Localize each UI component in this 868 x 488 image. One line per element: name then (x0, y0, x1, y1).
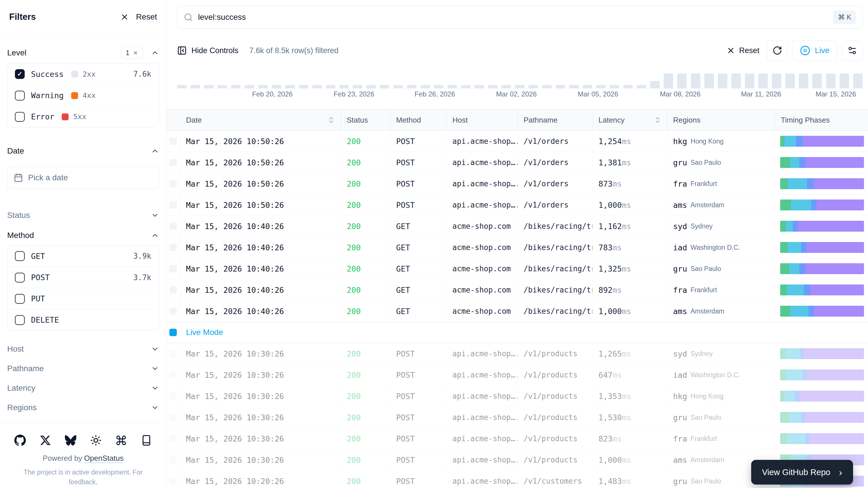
section-regions-header[interactable]: Regions (7, 401, 159, 414)
header-timing-phases[interactable]: Timing Phases (775, 110, 868, 131)
table-row[interactable]: Mar 15, 2026 10:30:26200POSTapi.acme-sho… (166, 407, 868, 428)
row-checkbox[interactable] (169, 414, 177, 421)
checkbox-unchecked[interactable] (15, 273, 25, 282)
row-checkbox[interactable] (169, 371, 177, 378)
live-toggle-button[interactable]: Live (792, 40, 837, 61)
row-select-cell[interactable] (166, 428, 180, 449)
openstatus-link[interactable]: OpenStatus (84, 454, 123, 462)
row-select-cell[interactable] (166, 386, 180, 407)
level-option-success[interactable]: ✓Success2xx7.6k (7, 63, 159, 85)
row-checkbox[interactable] (169, 392, 177, 400)
header-status[interactable]: Status (341, 110, 391, 131)
live-mode-row[interactable]: Live Mode (166, 322, 868, 343)
row-checkbox[interactable] (169, 180, 177, 187)
header-latency[interactable]: Latency (593, 110, 668, 131)
view-settings-button[interactable] (842, 40, 863, 61)
table-row[interactable]: Mar 15, 2026 10:30:26200POSTapi.acme-sho… (166, 428, 868, 449)
filters-reset-button[interactable]: Reset (136, 12, 157, 22)
docs-tablet-icon[interactable] (141, 434, 152, 446)
refresh-button[interactable] (767, 40, 787, 61)
x-twitter-icon[interactable] (39, 434, 51, 446)
row-checkbox[interactable] (169, 244, 177, 251)
checkbox-unchecked[interactable] (15, 91, 25, 100)
row-checkbox[interactable] (169, 477, 177, 485)
checkbox-checked[interactable]: ✓ (15, 69, 25, 79)
table-row[interactable]: Mar 15, 2026 10:40:26200GETacme-shop.com… (166, 258, 868, 279)
filters-clear-icon[interactable] (118, 11, 131, 23)
row-select-cell[interactable] (166, 258, 180, 279)
row-select-cell[interactable] (166, 237, 180, 258)
level-active-badge[interactable]: 1 (120, 47, 144, 59)
table-row[interactable]: Mar 15, 2026 10:40:26200GETacme-shop.com… (166, 237, 868, 258)
date-picker-input[interactable]: Pick a date (7, 166, 159, 189)
section-pathname-header[interactable]: Pathname (7, 362, 159, 375)
github-icon[interactable] (14, 434, 26, 446)
row-checkbox[interactable] (169, 265, 177, 272)
table-row[interactable]: Mar 15, 2026 10:40:26200GETacme-shop.com… (166, 301, 868, 322)
table-row[interactable]: Mar 15, 2026 10:50:26200POSTapi.acme-sho… (166, 152, 868, 173)
level-option-error[interactable]: Error5xx (7, 106, 159, 127)
header-method[interactable]: Method (391, 110, 446, 131)
timeline-histogram[interactable] (177, 72, 863, 88)
row-checkbox[interactable] (169, 138, 177, 145)
method-option-delete[interactable]: DELETE (7, 309, 159, 330)
row-checkbox[interactable] (169, 307, 177, 315)
sort-chevrons-icon[interactable] (654, 116, 661, 124)
header-date[interactable]: Date (180, 110, 341, 131)
header-select-cell[interactable] (166, 110, 180, 131)
table-row[interactable]: Mar 15, 2026 10:30:26200POSTapi.acme-sho… (166, 386, 868, 407)
section-host-header[interactable]: Host (7, 343, 159, 355)
table-row[interactable]: Mar 15, 2026 10:30:26200POSTapi.acme-sho… (166, 343, 868, 364)
row-checkbox[interactable] (169, 201, 177, 209)
header-regions[interactable]: Regions (668, 110, 775, 131)
bluesky-icon[interactable] (65, 434, 76, 446)
search-input[interactable] (198, 12, 833, 22)
checkbox-unchecked[interactable] (15, 112, 25, 122)
method-option-get[interactable]: GET3.9k (7, 245, 159, 267)
command-icon[interactable] (115, 434, 127, 446)
reset-filters-button[interactable]: Reset (726, 46, 760, 55)
section-date-header[interactable]: Date (7, 145, 159, 157)
row-select-cell[interactable] (166, 194, 180, 216)
table-row[interactable]: Mar 15, 2026 10:50:26200POSTapi.acme-sho… (166, 173, 868, 194)
row-select-cell[interactable] (166, 470, 180, 488)
section-status-header[interactable]: Status (7, 209, 159, 222)
checkbox-unchecked[interactable] (15, 251, 25, 261)
row-select-cell[interactable] (166, 131, 180, 152)
sort-chevrons-icon[interactable] (328, 116, 335, 124)
method-option-put[interactable]: PUT (7, 288, 159, 309)
checkbox-unchecked[interactable] (15, 294, 25, 304)
row-select-cell[interactable] (166, 279, 180, 301)
row-select-cell[interactable] (166, 173, 180, 194)
table-row[interactable]: Mar 15, 2026 10:40:26200GETacme-shop.com… (166, 279, 868, 301)
row-select-cell[interactable] (166, 364, 180, 386)
theme-sun-icon[interactable] (90, 434, 102, 446)
section-level-header[interactable]: Level 1 (7, 47, 159, 59)
section-latency-header[interactable]: Latency (7, 382, 159, 394)
row-select-cell[interactable] (166, 216, 180, 237)
row-checkbox[interactable] (169, 286, 177, 294)
table-row[interactable]: Mar 15, 2026 10:50:26200POSTapi.acme-sho… (166, 131, 868, 152)
row-select-cell[interactable] (166, 407, 180, 428)
view-github-repo-button[interactable]: View GitHub Repo › (751, 460, 853, 485)
level-option-warning[interactable]: Warning4xx (7, 85, 159, 106)
row-checkbox[interactable] (169, 159, 177, 166)
table-row[interactable]: Mar 15, 2026 10:40:26200GETacme-shop.com… (166, 216, 868, 237)
row-checkbox[interactable] (169, 435, 177, 443)
table-row[interactable]: Mar 15, 2026 10:30:26200POSTapi.acme-sho… (166, 364, 868, 386)
cell-status: 200 (341, 258, 391, 279)
row-checkbox[interactable] (169, 456, 177, 464)
row-checkbox[interactable] (169, 350, 177, 357)
row-select-cell[interactable] (166, 301, 180, 322)
header-pathname[interactable]: Pathname (518, 110, 593, 131)
table-row[interactable]: Mar 15, 2026 10:50:26200POSTapi.acme-sho… (166, 194, 868, 216)
row-select-cell[interactable] (166, 152, 180, 173)
row-checkbox[interactable] (169, 222, 177, 230)
hide-controls-button[interactable]: Hide Controls (177, 45, 239, 55)
section-method-header[interactable]: Method (7, 229, 159, 242)
method-option-post[interactable]: POST3.7k (7, 267, 159, 288)
header-host[interactable]: Host (446, 110, 518, 131)
row-select-cell[interactable] (166, 343, 180, 364)
checkbox-unchecked[interactable] (15, 315, 25, 325)
row-select-cell[interactable] (166, 449, 180, 470)
